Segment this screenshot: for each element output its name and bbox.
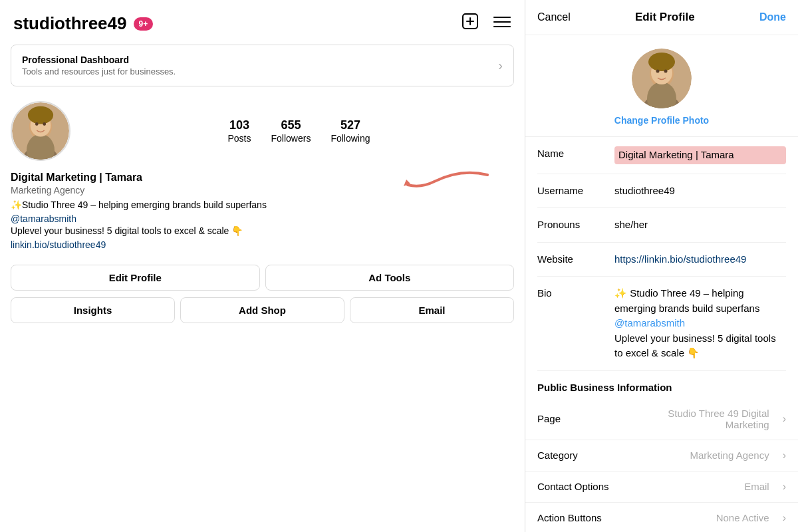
edit-avatar	[632, 49, 692, 108]
profile-link[interactable]: linkin.bio/studiothree49	[11, 239, 514, 250]
form-row-bio: Bio ✨ Studio Three 49 – helping emerging…	[537, 277, 786, 371]
profile-section: 103 Posts 655 Followers 527 Following	[0, 93, 525, 172]
add-shop-button[interactable]: Add Shop	[180, 297, 344, 323]
edit-profile-button[interactable]: Edit Profile	[11, 265, 260, 291]
bio-label: Bio	[537, 286, 604, 299]
stat-posts[interactable]: 103 Posts	[227, 118, 251, 144]
form-row-username: Username studiothree49	[537, 174, 786, 209]
category-chevron-icon: ›	[783, 450, 786, 462]
cancel-button[interactable]: Cancel	[537, 11, 571, 23]
contact-value: Email	[641, 481, 769, 492]
svg-point-14	[43, 122, 46, 126]
action-value: None Active	[641, 512, 769, 523]
edit-photo-section: Change Profile Photo	[525, 35, 798, 137]
dashboard-title: Professional Dashboard	[22, 55, 176, 65]
action-chevron-icon: ›	[783, 512, 786, 524]
form-row-website: Website https://linkin.bio/studiothree49	[537, 243, 786, 277]
insights-button[interactable]: Insights	[11, 297, 175, 323]
business-row-action[interactable]: Action Buttons None Active ›	[525, 503, 798, 533]
dashboard-info: Professional Dashboard Tools and resourc…	[22, 55, 176, 76]
edit-profile-title: Edit Profile	[635, 11, 695, 24]
svg-point-12	[28, 106, 53, 124]
following-label: Following	[331, 133, 370, 144]
edit-header: Cancel Edit Profile Done	[525, 0, 798, 35]
pronouns-label: Pronouns	[537, 217, 604, 230]
page-label: Page	[537, 413, 630, 424]
svg-point-24	[664, 70, 668, 73]
stats-row: 103 Posts 655 Followers 527 Following	[84, 118, 514, 144]
contact-chevron-icon: ›	[783, 481, 786, 493]
pronouns-value[interactable]: she/her	[614, 217, 786, 233]
followers-count: 655	[271, 118, 311, 132]
posts-count: 103	[227, 118, 251, 132]
left-panel: studiothree49 9+ Professiona	[0, 0, 525, 532]
username-title: studiothree49	[13, 13, 127, 34]
profile-info: Digital Marketing | Tamara Marketing Age…	[0, 172, 525, 258]
business-row-contact[interactable]: Contact Options Email ›	[525, 471, 798, 503]
stat-followers[interactable]: 655 Followers	[271, 118, 311, 144]
form-row-pronouns: Pronouns she/her	[537, 208, 786, 243]
right-panel: Cancel Edit Profile Done	[525, 0, 798, 532]
bio-line1: ✨ Studio Three 49 – helping emerging bra…	[614, 286, 786, 316]
stat-following[interactable]: 527 Following	[331, 118, 370, 144]
email-button[interactable]: Email	[350, 297, 514, 323]
following-count: 527	[331, 118, 370, 132]
profile-bio-line1: ✨Studio Three 49 – helping emerging bran…	[11, 198, 514, 212]
form-section: Name Digital Marketing | Tamara Username…	[525, 137, 798, 371]
username-value[interactable]: studiothree49	[614, 184, 786, 199]
posts-label: Posts	[227, 133, 251, 144]
business-row-category[interactable]: Category Marketing Agency ›	[525, 440, 798, 471]
action-label: Action Buttons	[537, 512, 630, 523]
website-value[interactable]: https://linkin.bio/studiothree49	[614, 252, 786, 267]
ad-tools-button[interactable]: Ad Tools	[265, 265, 515, 291]
name-label: Name	[537, 146, 604, 159]
dashboard-banner[interactable]: Professional Dashboard Tools and resourc…	[11, 45, 514, 86]
contact-label: Contact Options	[537, 481, 630, 492]
svg-point-13	[35, 122, 39, 126]
svg-point-22	[648, 53, 675, 71]
done-button[interactable]: Done	[759, 11, 786, 23]
arrow-icon	[394, 165, 494, 198]
dashboard-chevron-icon: ›	[498, 58, 503, 73]
bio-mention: @tamarabsmith	[614, 316, 786, 331]
profile-mention[interactable]: @tamarabsmith	[11, 213, 514, 224]
action-buttons-row1: Edit Profile Ad Tools	[0, 258, 525, 297]
dashboard-subtitle: Tools and resources just for businesses.	[22, 66, 176, 76]
profile-bio-line2: Uplevel your business! 5 digital tools t…	[11, 224, 514, 238]
hamburger-icon[interactable]	[493, 13, 511, 34]
page-chevron-icon: ›	[783, 413, 786, 425]
notification-badge[interactable]: 9+	[134, 17, 154, 31]
category-label: Category	[537, 450, 630, 461]
change-photo-button[interactable]: Change Profile Photo	[614, 115, 709, 126]
svg-point-23	[656, 70, 660, 73]
name-value[interactable]: Digital Marketing | Tamara	[614, 146, 786, 164]
plus-square-icon[interactable]	[461, 12, 479, 35]
action-buttons-row2: Insights Add Shop Email	[0, 297, 525, 334]
bio-value[interactable]: ✨ Studio Three 49 – helping emerging bra…	[614, 286, 786, 361]
header-icons	[461, 12, 511, 35]
category-value: Marketing Agency	[641, 450, 769, 461]
header: studiothree49 9+	[0, 0, 525, 45]
bio-line2: Uplevel your business! 5 digital tools t…	[614, 331, 786, 361]
header-left: studiothree49 9+	[13, 13, 153, 34]
username-label: Username	[537, 184, 604, 196]
avatar	[11, 101, 70, 161]
public-business-header: Public Business Information	[525, 371, 798, 398]
page-value: Studio Three 49 Digital Marketing	[641, 408, 769, 430]
form-row-name: Name Digital Marketing | Tamara	[537, 137, 786, 174]
followers-label: Followers	[271, 133, 311, 144]
website-label: Website	[537, 252, 604, 265]
business-row-page[interactable]: Page Studio Three 49 Digital Marketing ›	[525, 398, 798, 440]
